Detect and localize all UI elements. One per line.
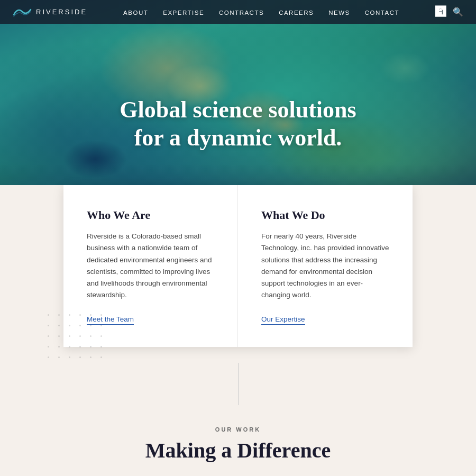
who-we-are-title: Who We Are — [87, 208, 214, 222]
logo-wave-icon — [13, 6, 32, 18]
nav-careers[interactable]: CAREERS — [279, 10, 314, 16]
adp-logo[interactable]: 🅰 — [435, 6, 445, 18]
hero-text: Global science solutions for a dynamic w… — [100, 96, 376, 152]
nav-news[interactable]: NEWS — [328, 10, 350, 16]
cards-container: Who We Are Riverside is a Colorado-based… — [63, 185, 413, 347]
search-icon[interactable]: 🔍 — [453, 7, 463, 17]
section-divider — [238, 363, 239, 405]
nav-contracts[interactable]: CONTRACTS — [219, 10, 264, 16]
nav-links: ABOUT EXPERTISE CONTRACTS CAREERS NEWS C… — [123, 7, 399, 17]
what-we-do-title: What We Do — [261, 208, 389, 222]
logo[interactable]: RIVERSIDE — [13, 6, 87, 18]
logo-text: RIVERSIDE — [36, 8, 87, 16]
our-expertise-link[interactable]: Our Expertise — [261, 315, 305, 325]
cards-section: Who We Are Riverside is a Colorado-based… — [63, 185, 413, 347]
hero-title: Global science solutions for a dynamic w… — [100, 96, 376, 152]
nav-expertise[interactable]: EXPERTISE — [163, 10, 204, 16]
our-work-label: OUR WORK — [0, 426, 476, 433]
nav-right: 🅰 🔍 — [435, 6, 463, 18]
making-difference-title: Making a Difference — [0, 438, 476, 463]
what-we-do-card: What We Do For nearly 40 years, Riversid… — [238, 185, 413, 347]
nav-about[interactable]: ABOUT — [123, 10, 148, 16]
dot-decoration: // Generate dots inline for(let i=0;i<30… — [48, 314, 107, 363]
navigation: RIVERSIDE ABOUT EXPERTISE CONTRACTS CARE… — [0, 0, 476, 24]
who-we-are-text: Riverside is a Colorado-based small busi… — [87, 231, 214, 301]
nav-contact[interactable]: CONTACT — [365, 10, 399, 16]
lower-section: OUR WORK Making a Difference — [0, 421, 476, 463]
what-we-do-text: For nearly 40 years, Riverside Technolog… — [261, 231, 389, 301]
